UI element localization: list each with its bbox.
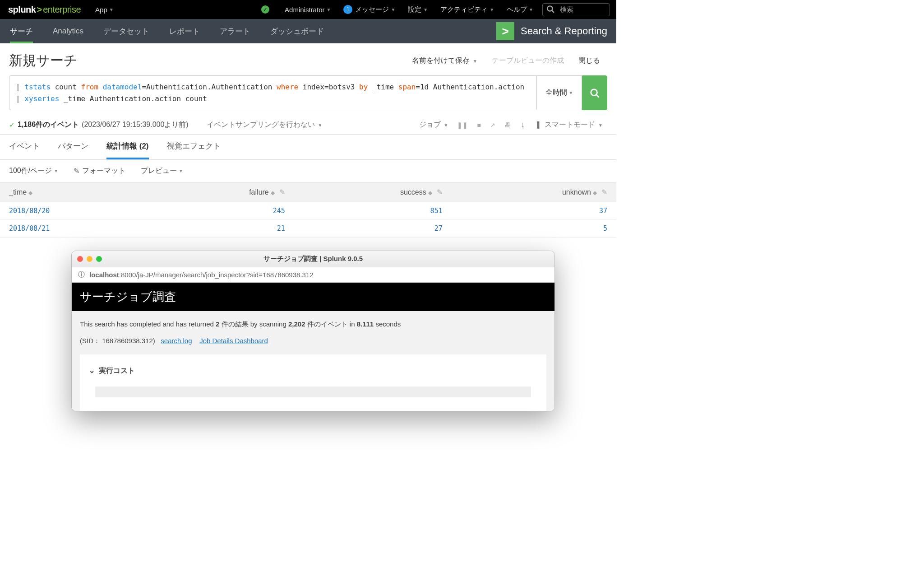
global-search-input[interactable]: 検索 [542,3,610,16]
cell-value: 27 [294,220,452,238]
table-controls: 100件/ページ ▼ ✎ フォーマット プレビュー ▼ [0,160,616,182]
nav-tab-dashboards[interactable]: ダッシュボード [260,19,334,43]
spl-pipe: | [16,94,20,103]
page-header: 新規サーチ 名前を付けて保存 ▼ テーブルビューの作成 閉じる [0,43,616,75]
col-header-success[interactable]: success◆✎ [294,182,452,202]
search-status-bar: ✓ 1,186件のイベント (2023/06/27 19:15:39.000より… [0,116,616,135]
sort-icon: ◆ [428,190,432,196]
spl-input[interactable]: | tstats count from datamodel=Authentica… [9,75,537,110]
nav-tab-label: レポート [169,26,200,37]
create-table-view-button: テーブルビューの作成 [485,56,571,65]
spl-keyword: datamodel [103,83,142,91]
job-menu[interactable]: ジョブ ▼ [415,120,453,130]
brand-logo[interactable]: splunk > enterprise [0,5,89,15]
svg-line-1 [552,10,554,13]
col-header-failure[interactable]: failure◆✎ [153,182,294,202]
svg-line-3 [596,95,599,98]
check-icon: ✓ [9,121,15,129]
caret-down-icon: ▼ [54,168,58,173]
tab-label: 視覚エフェクト [167,142,221,150]
help-menu[interactable]: ヘルプ▼ [500,5,540,14]
col-label: unknown [562,188,591,196]
table-row[interactable]: 2018/08/21 21 27 5 [0,220,616,238]
table-row[interactable]: 2018/08/20 245 851 37 [0,202,616,220]
caret-down-icon: ▼ [179,168,183,173]
run-search-button[interactable] [582,75,607,110]
status-ok-icon: ✓ [261,5,269,14]
settings-menu[interactable]: 設定▼ [402,5,434,14]
tab-statistics[interactable]: 統計情報 (2) [106,135,149,159]
status-indicator[interactable]: ✓ [255,5,278,14]
tab-visualization[interactable]: 視覚エフェクト [167,135,221,159]
format-menu[interactable]: ✎ フォーマット [74,166,125,176]
spl-keyword: from [81,83,99,91]
format-label: フォーマット [82,166,125,176]
nav-tab-label: ダッシュボード [270,26,324,37]
preview-menu[interactable]: プレビュー ▼ [141,166,183,176]
caret-down-icon: ▼ [471,59,477,64]
spl-token: count [55,83,77,91]
stop-icon[interactable]: ■ [472,121,485,129]
pencil-icon[interactable]: ✎ [601,188,607,196]
spl-keyword: where [277,83,298,91]
share-icon[interactable]: ↗ [485,121,500,129]
event-time-range: (2023/06/27 19:15:39.000より前) [82,120,189,130]
col-header-time[interactable]: _time◆ [0,182,153,202]
time-range-picker[interactable]: 全時間 ▼ [537,75,582,110]
brand-text-2: enterprise [43,5,81,15]
messages-count-badge: 1 [343,5,352,14]
caret-down-icon: ▼ [529,7,533,12]
print-icon[interactable]: 🖶 [500,121,515,129]
caret-down-icon: ▼ [490,7,494,12]
bulb-icon: ❚ [535,121,541,128]
event-count: 1,186件のイベント [18,120,79,130]
app-title: Search & Reporting [521,25,607,37]
administrator-menu[interactable]: Administrator▼ [278,6,337,14]
spl-token: _time Authentication.action count [64,94,207,103]
cell-value: 5 [452,220,616,238]
per-page-label: 100件/ページ [9,166,52,176]
tab-patterns[interactable]: パターン [58,135,88,159]
caret-down-icon: ▼ [317,123,323,128]
global-topbar: splunk > enterprise App▼ ✓ Administrator… [0,0,616,19]
results-tabs: イベント パターン 統計情報 (2) 視覚エフェクト [0,135,616,160]
per-page-menu[interactable]: 100件/ページ ▼ [9,166,58,176]
col-label: failure [249,188,269,196]
messages-menu[interactable]: 1 メッセージ▼ [337,5,402,14]
preview-label: プレビュー [141,166,177,176]
caret-down-icon: ▼ [569,90,573,95]
save-as-button[interactable]: 名前を付けて保存 ▼ [405,56,485,65]
event-sampling-menu[interactable]: イベントサンプリングを行わない ▼ [202,120,327,130]
tab-events[interactable]: イベント [9,135,40,159]
spl-keyword: by [359,83,368,91]
tab-label: イベント [9,142,40,150]
cell-value: 245 [153,202,294,220]
create-table-label: テーブルビューの作成 [492,56,564,64]
sort-icon: ◆ [271,190,275,196]
search-bar: | tstats count from datamodel=Authentica… [0,75,616,116]
activity-menu[interactable]: アクティビティ▼ [434,5,500,14]
spl-token: =1d Authentication.action [416,83,524,91]
nav-tab-search[interactable]: サーチ [0,19,43,43]
search-mode-menu[interactable]: ❚ スマートモード ▼ [531,120,607,130]
time-range-label: 全時間 [545,88,567,98]
spl-token: index=botsv3 [303,83,355,91]
app-menu[interactable]: App▼ [89,6,120,14]
caret-down-icon: ▼ [443,123,448,128]
tab-label: パターン [58,142,88,150]
save-as-label: 名前を付けて保存 [412,56,470,64]
nav-tab-alerts[interactable]: アラート [210,19,260,43]
nav-tab-reports[interactable]: レポート [159,19,210,43]
spl-cmd: tstats [24,83,51,91]
close-button[interactable]: 閉じる [571,56,607,65]
pause-icon[interactable]: ❚❚ [453,121,472,129]
nav-tab-analytics[interactable]: Analytics [43,19,93,43]
nav-tab-datasets[interactable]: データセット [93,19,159,43]
app-icon: > [496,22,514,40]
pencil-icon[interactable]: ✎ [437,188,443,196]
pencil-icon[interactable]: ✎ [279,188,285,196]
export-icon[interactable]: ⭳ [515,121,531,129]
col-header-unknown[interactable]: unknown◆✎ [452,182,616,202]
cell-value: 21 [153,220,294,238]
mode-label: スマートモード [545,121,595,128]
